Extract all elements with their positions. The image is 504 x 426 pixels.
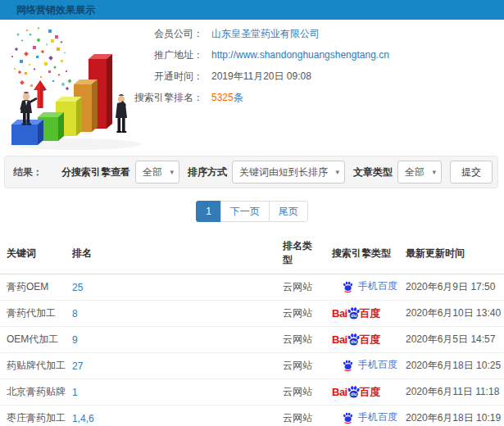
engine-label: 手机百度 [358, 358, 397, 372]
rank-cell: 27 [66, 353, 276, 379]
rank-type-cell: 云网站 [276, 406, 325, 426]
svg-text:du: du [351, 392, 357, 397]
rank-link[interactable]: 27 [72, 360, 83, 372]
caret-down-icon: ▾ [170, 168, 174, 176]
table-header: 关键词 排名 排名类型 搜索引擎类型 最新更新时间 [0, 232, 504, 274]
engine-view-select[interactable]: 全部 ▾ [135, 161, 179, 184]
keyword-cell: 北京膏药贴牌 [0, 379, 66, 406]
rank-count-unit-link[interactable]: 条 [234, 92, 243, 104]
col-engine-type: 搜索引擎类型 [325, 232, 399, 274]
engine-cell: Baidu百度 [325, 301, 399, 327]
last-page-button[interactable]: 尾页 [269, 201, 308, 222]
growth-arrow-icon [34, 80, 47, 108]
next-page-button[interactable]: 下一页 [220, 201, 270, 222]
mobile-baidu-paw-icon [342, 280, 354, 292]
pagination: 1 下一页 尾页 [0, 201, 504, 222]
updated-cell: 2020年6月11日 11:18 [399, 379, 504, 406]
results-table: 关键词 排名 排名类型 搜索引擎类型 最新更新时间 膏药OEM25云网站手机百度… [0, 232, 504, 426]
page-1-button[interactable]: 1 [196, 201, 221, 222]
baidu-cn-text: 百度 [360, 306, 380, 321]
filter-controls: 分搜索引擎查看 全部 ▾ 排序方式 关键词由短到长排序 ▾ 文章类型 全部 ▾ … [53, 161, 493, 184]
rank-cell: 1 [66, 379, 276, 406]
company-label: 会员公司： [115, 28, 203, 40]
mobile-baidu-logo: 手机百度 [332, 279, 397, 293]
baidu-cn-text: 百度 [360, 333, 380, 347]
engine-cell: 手机百度 [325, 406, 399, 426]
table-row: 膏药代加工8云网站Baidu百度2020年6月10日 13:40 [0, 301, 504, 327]
mobile-baidu-logo: 手机百度 [332, 358, 397, 372]
updated-cell: 2020年6月18日 10:19 [399, 406, 504, 426]
promo-url-label: 推广地址： [115, 49, 203, 61]
open-time-value: 2019年11月20日 09:08 [211, 70, 311, 83]
rank-link[interactable]: 9 [72, 334, 78, 346]
keyword-cell: OEM代加工 [0, 327, 66, 353]
engine-view-selected: 全部 [143, 165, 162, 179]
window-titlebar: 网络营销效果展示 [0, 0, 504, 20]
engine-cell: Baidu百度 [325, 379, 399, 406]
page-title: 网络营销效果展示 [0, 0, 95, 20]
rank-cell: 25 [66, 274, 276, 301]
keyword-cell: 药贴牌代加工 [0, 353, 66, 379]
baidu-pc-logo: Baidu百度 [332, 332, 380, 347]
rank-link[interactable]: 8 [72, 308, 78, 320]
table-row: 北京膏药贴牌1云网站Baidu百度2020年6月11日 11:18 [0, 379, 504, 406]
article-type-selected: 全部 [405, 165, 425, 179]
rank-cell: 9 [66, 327, 276, 353]
info-row-rank-count: 搜索引擎排名： 5325 条 [115, 92, 492, 104]
col-rank: 排名 [66, 232, 276, 274]
updated-cell: 2020年6月10日 13:40 [399, 301, 504, 327]
sort-selected: 关键词由短到长排序 [239, 165, 328, 179]
engine-cell: Baidu百度 [325, 327, 399, 353]
col-rank-type: 排名类型 [276, 232, 325, 274]
rank-link[interactable]: 1 [72, 387, 78, 398]
article-type-select[interactable]: 全部 ▾ [397, 161, 442, 184]
engine-label: 手机百度 [358, 279, 397, 293]
engine-view-label: 分搜索引擎查看 [61, 165, 130, 179]
mobile-baidu-logo: 手机百度 [332, 410, 397, 424]
rank-type-cell: 云网站 [276, 274, 325, 301]
engine-label: 手机百度 [358, 410, 397, 424]
info-row-open-time: 开通时间： 2019年11月20日 09:08 [115, 70, 492, 83]
info-row-company: 会员公司： 山东皇圣堂药业有限公司 [115, 28, 492, 40]
updated-cell: 2020年6月5日 14:57 [399, 327, 504, 353]
results-table-body: 膏药OEM25云网站手机百度2020年6月9日 17:50膏药代加工8云网站Ba… [0, 274, 504, 426]
engine-cell: 手机百度 [325, 274, 399, 301]
company-link[interactable]: 山东皇圣堂药业有限公司 [211, 28, 320, 40]
rank-cell: 8 [66, 301, 276, 327]
confetti [11, 27, 72, 91]
sort-label: 排序方式 [188, 165, 227, 179]
mobile-baidu-paw-icon [342, 359, 354, 371]
caret-down-icon: ▾ [432, 168, 436, 176]
baidu-pc-logo: Baidu百度 [332, 306, 380, 321]
rank-link[interactable]: 25 [72, 282, 83, 293]
rank-cell: 1,4,6 [66, 406, 276, 426]
updated-cell: 2020年6月9日 17:50 [399, 274, 504, 301]
col-keyword: 关键词 [0, 232, 66, 274]
keyword-cell: 膏药代加工 [0, 301, 66, 327]
filter-bar: 结果： 分搜索引擎查看 全部 ▾ 排序方式 关键词由短到长排序 ▾ 文章类型 全… [4, 156, 498, 188]
table-row: 枣庄膏药加工1,4,6云网站手机百度2020年6月18日 10:19 [0, 406, 504, 426]
rank-count-label: 搜索引擎排名： [115, 92, 203, 104]
svg-text:du: du [351, 339, 357, 344]
keyword-cell: 枣庄膏药加工 [0, 406, 66, 426]
sort-select[interactable]: 关键词由短到长排序 ▾ [232, 161, 345, 184]
caret-down-icon: ▾ [335, 168, 339, 176]
updated-cell: 2020年6月18日 10:25 [399, 353, 504, 379]
col-updated: 最新更新时间 [399, 232, 504, 274]
engine-cell: 手机百度 [325, 353, 399, 379]
rank-type-cell: 云网站 [276, 353, 325, 379]
rank-type-cell: 云网站 [276, 327, 325, 353]
rank-type-cell: 云网站 [276, 379, 325, 406]
info-panel: 会员公司： 山东皇圣堂药业有限公司 推广地址： http://www.shand… [115, 28, 492, 113]
promo-url-link[interactable]: http://www.shandonghuangshengtang.cn [211, 49, 389, 61]
baidu-pc-logo: Baidu百度 [332, 384, 380, 400]
open-time-label: 开通时间： [115, 70, 203, 83]
table-row: 膏药OEM25云网站手机百度2020年6月9日 17:50 [0, 274, 504, 301]
mobile-baidu-paw-icon [342, 411, 354, 424]
info-row-url: 推广地址： http://www.shandonghuangshengtang.… [115, 49, 492, 61]
table-row: 药贴牌代加工27云网站手机百度2020年6月18日 10:25 [0, 353, 504, 379]
baidu-cn-text: 百度 [360, 385, 380, 400]
submit-button[interactable]: 提交 [450, 161, 493, 184]
table-row: OEM代加工9云网站Baidu百度2020年6月5日 14:57 [0, 327, 504, 353]
rank-link[interactable]: 1,4,6 [72, 413, 94, 424]
